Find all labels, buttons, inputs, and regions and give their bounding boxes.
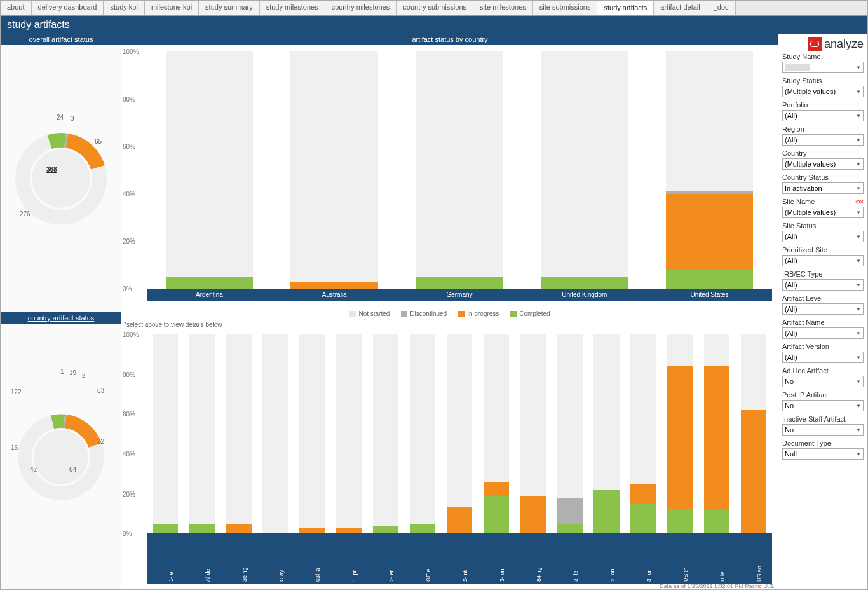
tab-site-submissions[interactable]: site submissions xyxy=(533,1,598,15)
filter-region: Region(All)▼ xyxy=(782,125,864,146)
country-bar-chart[interactable]: 0%20%40%60%80%100%ArgentinaAustraliaGerm… xyxy=(121,45,778,308)
bar-segment[interactable] xyxy=(447,507,473,533)
bar-segment[interactable] xyxy=(373,526,399,534)
filter-select[interactable]: (All)▼ xyxy=(782,327,864,339)
bar-segment[interactable] xyxy=(541,277,628,289)
y-tick: 0% xyxy=(123,285,132,292)
category-label: Australia xyxy=(272,291,397,298)
bar-segment[interactable] xyxy=(630,504,656,533)
tab-_doc[interactable]: _doc xyxy=(707,1,736,15)
bar-segment[interactable] xyxy=(484,496,510,533)
filter-select[interactable]: No▼ xyxy=(782,376,864,387)
filter-select[interactable]: No▼ xyxy=(782,400,864,411)
chevron-down-icon: ▼ xyxy=(856,451,861,457)
tab-site-milestones[interactable]: site milestones xyxy=(473,1,533,15)
country-donut-chart[interactable]: 122 1 19 2 63 32 64 42 16 xyxy=(1,324,121,590)
chevron-down-icon: ▼ xyxy=(856,161,861,167)
category-label: GE el xyxy=(425,531,431,582)
filter-label: Study Status xyxy=(782,77,864,85)
filter-label: Site Status xyxy=(782,222,864,230)
left-panel: overall artifact status 368 276 24 3 65 … xyxy=(1,34,121,590)
bar-segment[interactable] xyxy=(557,498,583,524)
filter-inactive-staff-artifact: Inactive Staff ArtifactNo▼ xyxy=(782,415,864,436)
tab-study-milestones[interactable]: study milestones xyxy=(260,1,325,15)
bar-segment[interactable] xyxy=(741,410,767,533)
filter-label: Country Status xyxy=(782,174,864,181)
bar-segment[interactable] xyxy=(484,482,510,496)
country-status-header[interactable]: country artifact status xyxy=(1,312,121,324)
bar-segment[interactable] xyxy=(299,528,325,533)
filter-label: Artifact Name xyxy=(782,319,864,326)
bar-segment[interactable] xyxy=(704,366,730,509)
category-label: 2- an xyxy=(609,531,616,582)
category-label: 3- le xyxy=(573,531,579,582)
filter-select[interactable]: (Multiple values)▼ xyxy=(782,86,864,97)
y-tick: 60% xyxy=(123,411,135,418)
filter-select[interactable]: ▼ xyxy=(782,62,864,73)
category-label: 3- er xyxy=(646,531,652,582)
bar-segment[interactable] xyxy=(520,496,546,533)
tab-country-milestones[interactable]: country milestones xyxy=(325,1,397,15)
filter-select[interactable]: (All)▼ xyxy=(782,134,864,146)
filter-label: Post IP Artifact xyxy=(782,391,864,399)
y-tick: 40% xyxy=(123,451,135,458)
bar-segment[interactable] xyxy=(667,366,693,509)
overall-status-header[interactable]: overall artifact status xyxy=(1,34,121,45)
bar-segment[interactable] xyxy=(666,191,754,194)
filter-country: Country(Multiple values)▼ xyxy=(782,149,864,170)
category-label: U le xyxy=(719,531,726,582)
bar-segment[interactable] xyxy=(153,524,179,534)
chevron-down-icon: ▼ xyxy=(856,65,861,71)
filter-select[interactable]: (All)▼ xyxy=(782,110,864,121)
detail-bar-chart[interactable]: 0%20%40%60%80%100%1- eAl de3e ngC ay03i … xyxy=(121,328,778,590)
category-label: 2- nt xyxy=(462,531,468,582)
y-tick: 100% xyxy=(123,48,139,55)
bar-segment[interactable] xyxy=(666,270,754,289)
bar-segment[interactable] xyxy=(290,282,378,289)
bar-segment[interactable] xyxy=(166,277,254,289)
bar-segment[interactable] xyxy=(189,524,215,534)
category-label: 1- pt xyxy=(351,531,358,582)
bar-segment[interactable] xyxy=(667,510,693,534)
category-label: 3e ng xyxy=(241,531,248,582)
tab-study-summary[interactable]: study summary xyxy=(199,1,260,15)
filter-select[interactable]: (Multiple values)▼ xyxy=(782,207,864,218)
bar-segment[interactable] xyxy=(410,524,436,534)
bar-segment[interactable] xyxy=(704,510,730,534)
oracle-icon xyxy=(808,37,822,51)
tab-artifact-detail[interactable]: artifact detail xyxy=(654,1,707,15)
status-by-country-header[interactable]: artifact status by country xyxy=(121,34,778,45)
tab-study-artifacts[interactable]: study artifacts xyxy=(597,1,654,15)
category-label: US an xyxy=(756,531,763,582)
tab-about[interactable]: about xyxy=(1,1,32,15)
category-band xyxy=(147,533,772,584)
category-label: C ay xyxy=(278,531,285,582)
legend: Not started Discontinued In progress Com… xyxy=(121,308,778,320)
filter-select[interactable]: (Multiple values)▼ xyxy=(782,158,864,170)
tab-delivery-dashboard[interactable]: delivery dashboard xyxy=(32,1,104,15)
bar-segment[interactable] xyxy=(593,490,620,533)
bar-segment[interactable] xyxy=(666,194,754,270)
bar-segment[interactable] xyxy=(416,277,503,289)
filter-select[interactable]: (All)▼ xyxy=(782,255,864,266)
overall-donut-chart[interactable]: 368 276 24 3 65 xyxy=(1,45,121,312)
bar-segment[interactable] xyxy=(630,484,656,504)
filter-select[interactable]: In activation▼ xyxy=(782,182,864,194)
tab-country-submissions[interactable]: country submissions xyxy=(397,1,473,15)
bar-segment[interactable] xyxy=(336,528,362,533)
category-label: 3- on xyxy=(499,531,505,582)
tab-study-kpi[interactable]: study kpi xyxy=(104,1,144,15)
chevron-down-icon: ▼ xyxy=(856,113,861,119)
category-label: 2- er xyxy=(388,531,395,582)
filter-select[interactable]: (All)▼ xyxy=(782,352,864,363)
filter-select[interactable]: (All)▼ xyxy=(782,231,864,242)
clear-filter-icon[interactable]: ⟲× xyxy=(855,198,864,205)
filter-document-type: Document TypeNull▼ xyxy=(782,439,864,460)
filter-prioritized-site: Prioritized Site(All)▼ xyxy=(782,246,864,266)
filter-select[interactable]: (All)▼ xyxy=(782,279,864,291)
filter-select[interactable]: Null▼ xyxy=(782,448,864,460)
tab-milestone-kpi[interactable]: milestone kpi xyxy=(145,1,199,15)
filter-select[interactable]: No▼ xyxy=(782,424,864,436)
y-tick: 60% xyxy=(123,143,135,150)
filter-select[interactable]: (All)▼ xyxy=(782,303,864,315)
